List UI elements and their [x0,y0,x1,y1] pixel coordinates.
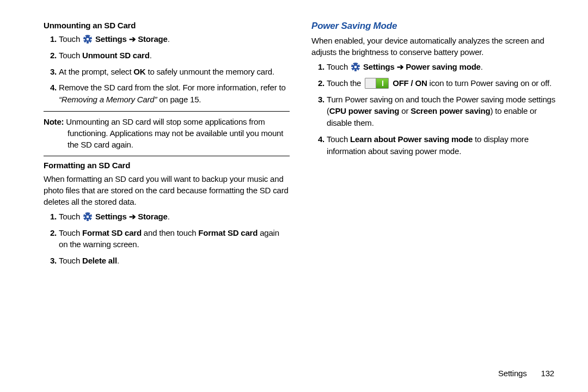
step-3: Turn Power saving on and touch the Power… [311,94,558,129]
manual-page: Unmounting an SD Card Touch Settings ➔ S… [0,0,588,392]
divider [44,111,290,112]
step-1: Touch Settings ➔ Storage. [44,211,290,223]
ps-intro: When enabled, your device automatically … [311,35,558,58]
heading-format-sd: Formatting an SD Card [44,161,290,170]
unmount-steps: Touch Settings ➔ Storage. Touch Unmount … [44,33,290,106]
footer-section: Settings [498,369,527,378]
page-footer: Settings132 [498,369,554,378]
path-settings-storage: Settings ➔ Storage [93,34,168,44]
step-2: Touch Unmount SD card. [44,50,290,62]
note: Note: Unmounting an SD card will stop so… [44,116,290,150]
footer-page-number: 132 [541,369,554,378]
toggle-off-on-icon [365,78,389,89]
format-intro: When formatting an SD card you will want… [44,173,290,207]
step-2: Touch Format SD card and then touch Form… [44,227,290,251]
heading-power-saving: Power Saving Mode [311,21,558,32]
settings-gear-icon [83,35,92,44]
left-column: Unmounting an SD Card Touch Settings ➔ S… [44,21,290,392]
power-saving-steps: Touch Settings ➔ Power saving mode. Touc… [311,61,558,157]
step-1: Touch Settings ➔ Storage. [44,33,290,45]
step-4: Touch Learn about Power saving mode to d… [311,133,558,157]
path-settings-power: Settings ➔ Power saving mode [361,62,481,71]
heading-unmount-sd: Unmounting an SD Card [44,21,290,30]
format-steps: Touch Settings ➔ Storage. Touch Format S… [44,211,290,267]
path-settings-storage: Settings ➔ Storage [93,212,168,221]
step-2: Touch the OFF / ON icon to turn Power sa… [311,77,558,89]
right-column: Power Saving Mode When enabled, your dev… [311,21,558,392]
step-3: At the prompt, select OK to safely unmou… [44,66,290,78]
step-3: Touch Delete all. [44,255,290,267]
settings-gear-icon [351,63,360,71]
settings-gear-icon [83,212,92,221]
step-4: Remove the SD card from the slot. For mo… [44,82,290,106]
divider [44,156,290,156]
step-1: Touch Settings ➔ Power saving mode. [311,61,558,73]
